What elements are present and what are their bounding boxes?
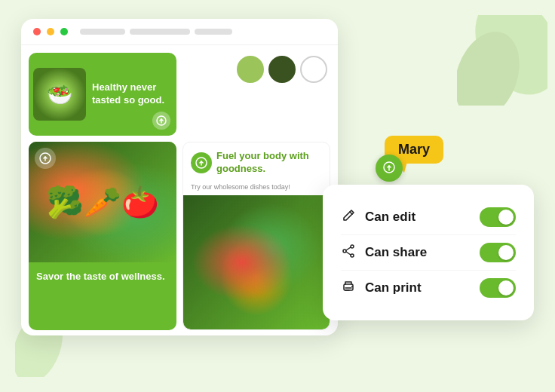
mary-name-text: Mary [398,142,430,157]
permissions-panel: Can edit Can share [323,185,534,320]
card-fuel-subtitle: Try our wholesome dishes today! [183,183,330,195]
url-bar-line-3 [195,29,232,35]
card-fuel: Fuel your body with goodness. Try our wh… [182,142,330,330]
card-hero-text: Healthy never tasted so good. [86,77,176,112]
card-hero: 🥗 Healthy never tasted so good. [29,53,176,136]
edit-icon [341,208,356,227]
permission-edit-item: Can edit [341,200,516,235]
scene-container: 🥗 Healthy never tasted so good. [21,19,534,373]
permission-print-item: Can print [341,271,516,305]
permission-print-left: Can print [341,279,422,298]
browser-dot-yellow [47,28,54,35]
svg-point-11 [351,286,353,287]
card-fuel-logo [191,152,212,173]
permission-share-label: Can share [365,245,427,260]
permission-edit-left: Can edit [341,208,415,227]
card-hero-icon [152,112,170,130]
card-savor: 🥦🥕🍅 Savor the taste of wellness. [29,142,176,330]
swatch-white[interactable] [300,56,327,83]
card-fuel-image [183,195,330,329]
svg-rect-10 [344,284,353,290]
print-icon [341,279,356,298]
browser-bar-lines [80,29,232,35]
color-swatches [182,53,330,136]
permission-share-item: Can share [341,235,516,271]
browser-bar [21,19,338,45]
swatch-light-green[interactable] [237,56,264,83]
card-fuel-title: Fuel your body with goodness. [216,150,322,176]
permission-share-left: Can share [341,243,427,262]
permission-edit-toggle[interactable] [480,207,516,227]
browser-dot-green [60,28,68,35]
user-cursor-avatar [376,155,403,182]
browser-dot-red [33,28,41,35]
card-savor-logo [35,148,56,169]
permission-share-toggle[interactable] [480,243,516,262]
swatch-dark-green[interactable] [268,56,296,83]
food-bowl-image: 🥗 [33,68,86,121]
browser-window: 🥗 Healthy never tasted so good. [21,19,338,335]
url-bar-line [80,29,125,35]
permission-edit-label: Can edit [365,210,415,225]
card-fuel-header: Fuel your body with goodness. [183,142,330,183]
browser-content: 🥗 Healthy never tasted so good. [21,45,338,326]
permission-print-toggle[interactable] [480,278,516,298]
share-icon [341,243,356,262]
url-bar-line-2 [130,29,190,35]
card-savor-text: Savor the taste of wellness. [29,262,176,291]
card-hero-image: 🥗 [33,68,86,121]
permission-print-label: Can print [365,280,422,296]
